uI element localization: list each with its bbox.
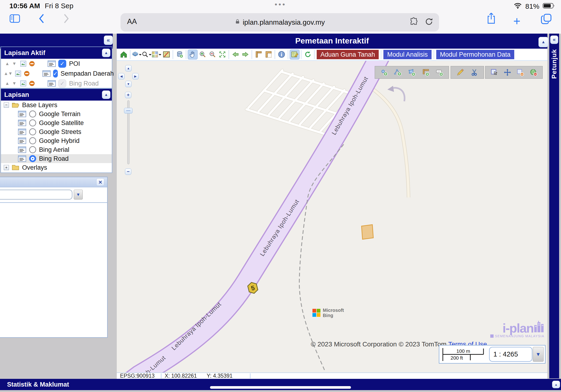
base-layer-radio[interactable]	[29, 120, 36, 126]
scale-select[interactable]: 1 : 4265	[489, 347, 532, 362]
layer-properties-icon[interactable]	[47, 80, 56, 87]
new-tab-icon[interactable]: +	[513, 14, 520, 28]
layer-legend-icon[interactable]	[20, 60, 27, 67]
panel-collapse-button[interactable]: ▲	[102, 49, 110, 57]
move-layer-down-icon[interactable]: ▼	[8, 71, 13, 76]
close-icon[interactable]: ×	[96, 178, 104, 186]
draw-point-button[interactable]	[380, 68, 388, 76]
module-button-2[interactable]: Modul Analisis	[383, 50, 432, 59]
next-extent-button[interactable]	[240, 50, 250, 59]
pan-button[interactable]	[188, 50, 198, 59]
move-layer-up-icon[interactable]: ▲	[4, 71, 8, 76]
petunjuk-tab-label[interactable]: Petunjuk	[550, 49, 558, 79]
previous-extent-button[interactable]	[230, 50, 240, 59]
base-layer-radio[interactable]	[29, 146, 36, 153]
zoom-in-button[interactable]	[198, 50, 207, 59]
parcel-polygon[interactable]	[362, 225, 373, 239]
statistics-bar-label[interactable]: Statistik & Maklumat	[7, 379, 69, 390]
move-feature-button[interactable]	[503, 68, 512, 76]
move-layer-up-icon[interactable]: ▲	[4, 81, 11, 86]
tabs-icon[interactable]	[540, 13, 552, 26]
layer-properties-icon[interactable]	[18, 146, 26, 153]
zoom-full-extent-button[interactable]	[217, 50, 227, 59]
base-layer-radio[interactable]	[29, 110, 36, 118]
layer-checkbox[interactable]: ✓	[53, 70, 58, 77]
base-layer-radio[interactable]	[29, 155, 36, 162]
search-combobox-input[interactable]	[0, 190, 72, 199]
remove-feature-button[interactable]	[516, 68, 525, 76]
move-layer-up-icon[interactable]: ▲	[4, 61, 11, 66]
layer-exclude-icon[interactable]	[29, 60, 35, 67]
collapse-node-icon[interactable]: −	[4, 102, 9, 108]
layers-menu-button[interactable]	[132, 50, 142, 59]
layer-exclude-icon[interactable]	[29, 80, 35, 87]
layer-legend-icon[interactable]	[20, 80, 27, 87]
clear-features-button[interactable]	[529, 68, 538, 76]
layer-properties-icon[interactable]	[18, 120, 26, 126]
layer-checkbox[interactable]: ✓	[58, 79, 66, 87]
move-layer-down-icon[interactable]: ▼	[11, 61, 18, 66]
base-layer-label[interactable]: Google Terrain	[39, 110, 81, 118]
back-icon[interactable]	[39, 14, 44, 24]
scale-select-dropdown-icon[interactable]: ▼	[533, 347, 544, 362]
module-button-1[interactable]: Aduan Guna Tanah	[317, 50, 379, 59]
multitask-indicator[interactable]: •••	[0, 0, 561, 9]
layer-properties-icon[interactable]	[42, 70, 51, 77]
pan-down-button[interactable]: ▼	[125, 81, 131, 87]
pan-up-button[interactable]: ▲	[125, 65, 131, 71]
layer-properties-icon[interactable]	[18, 128, 26, 135]
layer-properties-icon[interactable]	[18, 110, 26, 118]
expand-node-icon[interactable]: +	[4, 165, 9, 170]
edit-feature-button[interactable]	[456, 68, 464, 76]
petunjuk-expand-button[interactable]: «	[550, 35, 558, 44]
magnifier-menu-button[interactable]	[142, 50, 151, 59]
zoom-in-slider-button[interactable]: +	[125, 92, 131, 98]
module-button-3[interactable]: Modul Permohonan Data	[436, 50, 514, 59]
draw-label-button[interactable]	[435, 68, 444, 76]
refresh-button[interactable]	[303, 50, 313, 59]
share-icon[interactable]	[486, 12, 496, 25]
base-layer-radio[interactable]	[29, 137, 36, 144]
layer-legend-icon[interactable]	[15, 70, 21, 77]
select-feature-button[interactable]	[490, 68, 498, 76]
cut-feature-button[interactable]	[470, 68, 479, 76]
base-layer-radio[interactable]	[29, 128, 36, 135]
identify-button[interactable]	[277, 50, 286, 59]
layer-properties-icon[interactable]	[18, 137, 26, 144]
extensions-icon[interactable]	[409, 17, 418, 27]
map-edit-button[interactable]	[290, 50, 300, 59]
folder-label[interactable]: Base Layers	[22, 101, 57, 109]
base-layer-label[interactable]: Google Streets	[39, 128, 81, 136]
home-button[interactable]	[119, 50, 129, 59]
draw-line-button[interactable]	[394, 68, 402, 76]
layer-properties-icon[interactable]	[18, 155, 26, 162]
base-layer-label[interactable]: Google Hybrid	[39, 137, 80, 144]
pan-right-button[interactable]: ▶	[132, 73, 139, 79]
layer-exclude-icon[interactable]	[23, 70, 30, 77]
map-canvas[interactable]: Lebuhraya Ipoh-Lumut Lebuhraya Ipoh-Lumu…	[117, 61, 547, 372]
overview-map-button[interactable]	[162, 50, 171, 59]
panel-collapse-button[interactable]: ▲	[102, 90, 110, 99]
layer-properties-icon[interactable]	[47, 60, 56, 67]
basemap-menu-button[interactable]	[151, 50, 162, 59]
zoom-out-slider-button[interactable]: −	[125, 168, 131, 175]
sidebar-collapse-button[interactable]: «	[104, 35, 113, 45]
statistics-expand-button[interactable]: ▲	[552, 381, 560, 388]
header-collapse-button[interactable]: ▲	[539, 37, 548, 47]
home-indicator[interactable]	[210, 386, 351, 389]
forward-icon[interactable]	[64, 14, 69, 24]
measure-area-button[interactable]	[263, 50, 273, 59]
move-layer-down-icon[interactable]: ▼	[11, 81, 18, 86]
zoom-out-button[interactable]	[207, 50, 217, 59]
base-layer-label[interactable]: Google Satellite	[39, 120, 84, 127]
sidebar-toggle-icon[interactable]	[9, 14, 20, 24]
base-layer-label[interactable]: Bing Road	[39, 155, 69, 162]
reload-icon[interactable]	[424, 17, 433, 27]
base-layer-label[interactable]: Bing Aerial	[39, 146, 69, 153]
measure-length-button[interactable]	[253, 50, 263, 59]
address-bar[interactable]: AA iplan.planmalaysia.gov.my	[120, 13, 439, 32]
folder-label[interactable]: Overlays	[22, 164, 47, 171]
combobox-dropdown-icon[interactable]: ▼	[74, 190, 83, 199]
draw-dimension-button[interactable]	[421, 68, 430, 76]
pan-left-button[interactable]: ◀	[118, 73, 125, 79]
